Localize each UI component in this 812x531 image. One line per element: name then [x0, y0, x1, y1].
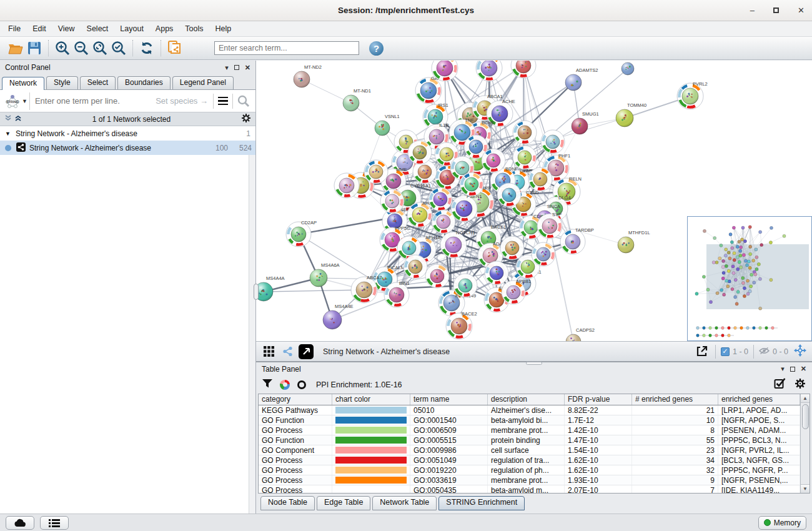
network-node-mt-nd1[interactable]: MT-ND1 — [343, 88, 371, 111]
scroll-up-icon[interactable]: ▲ — [801, 394, 810, 403]
menu-apps[interactable]: Apps — [154, 23, 176, 34]
network-node[interactable] — [364, 160, 388, 184]
task-history-button[interactable] — [40, 516, 69, 530]
network-node-smug1[interactable]: SMUG1 — [572, 111, 599, 134]
column-header-fdr-p-value[interactable]: FDR p-value — [565, 394, 632, 405]
select-all-checkbox-icon[interactable] — [774, 377, 786, 392]
float-panel-icon[interactable] — [790, 367, 795, 372]
control-panel-scrollbar[interactable] — [249, 155, 255, 514]
scrollbar-thumb[interactable] — [802, 404, 809, 429]
network-node-pvrl2[interactable]: PVRL2 — [677, 81, 708, 109]
cloud-tasks-button[interactable] — [6, 516, 34, 530]
network-row-selected[interactable]: String Network - Alzheimer's disease 100… — [0, 141, 255, 155]
table-row[interactable]: GO ComponentGO:0009986cell surface1.54E-… — [259, 445, 800, 455]
network-node-tardbp[interactable]: TARDBP — [560, 227, 594, 254]
birds-eye-navigator[interactable] — [687, 216, 812, 341]
annotation-mode-button[interactable] — [299, 344, 314, 359]
menu-view[interactable]: View — [56, 23, 77, 34]
network-node-abca7[interactable]: ABCA7 — [351, 275, 382, 303]
string-term-input[interactable] — [30, 96, 156, 106]
share-network-icon[interactable] — [280, 343, 294, 360]
network-node[interactable] — [334, 173, 359, 198]
network-node[interactable] — [404, 255, 427, 279]
network-node[interactable] — [453, 274, 477, 297]
network-node[interactable] — [380, 189, 404, 213]
float-panel-icon[interactable] — [234, 65, 239, 70]
string-options-icon[interactable] — [215, 97, 231, 106]
panel-menu-icon[interactable]: ▾ — [225, 64, 229, 72]
expand-all-icon[interactable] — [14, 114, 22, 124]
search-input[interactable] — [214, 41, 359, 55]
zoom-selected-icon[interactable] — [109, 39, 128, 57]
table-row[interactable]: GO ProcessGO:0033619membrane prot...1.93… — [259, 475, 800, 485]
network-node[interactable] — [500, 236, 524, 260]
table-settings-gear-icon[interactable] — [795, 378, 806, 392]
menu-edit[interactable]: Edit — [31, 23, 48, 34]
network-options-gear-icon[interactable] — [241, 113, 251, 125]
network-node-mthfd1l[interactable]: MTHFD1L — [618, 230, 650, 253]
column-header--enriched-genes[interactable]: # enriched genes — [632, 394, 718, 405]
table-row[interactable]: GO FunctionGO:0001540beta-amyloid bi...1… — [259, 415, 800, 425]
column-header-description[interactable]: description — [488, 394, 565, 405]
grid-view-icon[interactable] — [261, 343, 276, 360]
open-session-icon[interactable] — [6, 39, 25, 57]
network-node[interactable] — [513, 146, 537, 169]
table-row[interactable]: GO ProcessGO:0050435beta-amyloid m...2.0… — [259, 485, 800, 493]
memory-button[interactable]: Memory — [758, 516, 806, 530]
table-row[interactable]: GO ProcessGO:0019220regulation of ph...1… — [259, 465, 800, 475]
filter-icon[interactable] — [262, 379, 272, 390]
close-panel-icon[interactable]: ✕ — [801, 365, 806, 373]
network-node-tomm40[interactable]: TOMM40 — [616, 102, 646, 127]
string-search-icon[interactable] — [234, 92, 253, 110]
table-row[interactable]: GO ProcessGO:0006509membrane prot...1.42… — [259, 425, 800, 435]
column-header-term-name[interactable]: term name — [410, 394, 488, 405]
close-panel-icon[interactable]: ✕ — [245, 64, 250, 72]
network-node[interactable] — [408, 141, 432, 164]
network-node[interactable] — [425, 264, 449, 288]
network-node-adamts2[interactable]: ADAMTS2 — [565, 67, 598, 91]
zoom-out-icon[interactable] — [72, 39, 91, 57]
tree-expand-icon[interactable]: ▼ — [5, 131, 11, 137]
maximize-button[interactable] — [773, 7, 779, 13]
column-header-category[interactable]: category — [259, 394, 332, 405]
tab-node-table[interactable]: Node Table — [260, 496, 315, 510]
table-row[interactable]: GO FunctionGO:0005515protein binding1.47… — [259, 435, 800, 445]
zoom-in-icon[interactable] — [53, 39, 72, 57]
network-node-psen1[interactable]: PSEN1 — [451, 194, 482, 222]
scroll-down-icon[interactable]: ▼ — [801, 484, 810, 493]
clone-network-icon[interactable] — [166, 39, 184, 57]
network-node[interactable] — [541, 130, 565, 154]
network-node[interactable] — [476, 61, 502, 81]
tab-network[interactable]: Network — [2, 77, 44, 90]
tab-style[interactable]: Style — [46, 76, 78, 89]
panel-menu-icon[interactable]: ▾ — [781, 365, 785, 373]
column-header-enriched-genes[interactable]: enriched genes — [718, 394, 800, 405]
minimize-button[interactable]: – — [750, 6, 755, 14]
menu-select[interactable]: Select — [85, 23, 111, 34]
tab-select[interactable]: Select — [80, 76, 116, 89]
panel-divider-handle[interactable] — [254, 284, 259, 300]
network-node[interactable] — [428, 187, 452, 211]
pan-move-icon[interactable] — [793, 344, 807, 360]
tab-edge-table[interactable]: Edge Table — [317, 496, 370, 510]
table-row[interactable]: GO ProcessGO:0051049regulation of tra...… — [259, 455, 800, 465]
network-node-cadps2[interactable]: CADPS2 — [566, 327, 595, 341]
network-node[interactable] — [513, 121, 537, 144]
table-row[interactable]: KEGG Pathways05010Alzheimer's dise...8.8… — [259, 405, 800, 415]
collapse-all-icon[interactable] — [4, 114, 12, 124]
tab-boundaries[interactable]: Boundaries — [117, 76, 171, 89]
export-network-icon[interactable] — [694, 343, 710, 360]
help-icon[interactable]: ? — [369, 41, 384, 56]
network-node[interactable] — [482, 149, 505, 172]
pie-chart-icon[interactable] — [280, 380, 290, 390]
column-header-chart-color[interactable]: chart color — [332, 394, 410, 405]
menu-file[interactable]: File — [6, 23, 22, 34]
zoom-fit-icon[interactable] — [91, 39, 109, 57]
table-scrollbar[interactable]: ▲ ▼ — [800, 394, 810, 493]
network-node-vsnl1[interactable]: VSNL1 — [375, 114, 400, 136]
species-hint[interactable]: Set species → — [156, 96, 208, 106]
save-session-icon[interactable] — [25, 39, 44, 57]
tab-string-enrichment[interactable]: STRING Enrichment — [438, 496, 525, 510]
close-button[interactable]: ✕ — [798, 6, 805, 14]
string-logo[interactable]: STRING ▼ — [2, 92, 30, 110]
